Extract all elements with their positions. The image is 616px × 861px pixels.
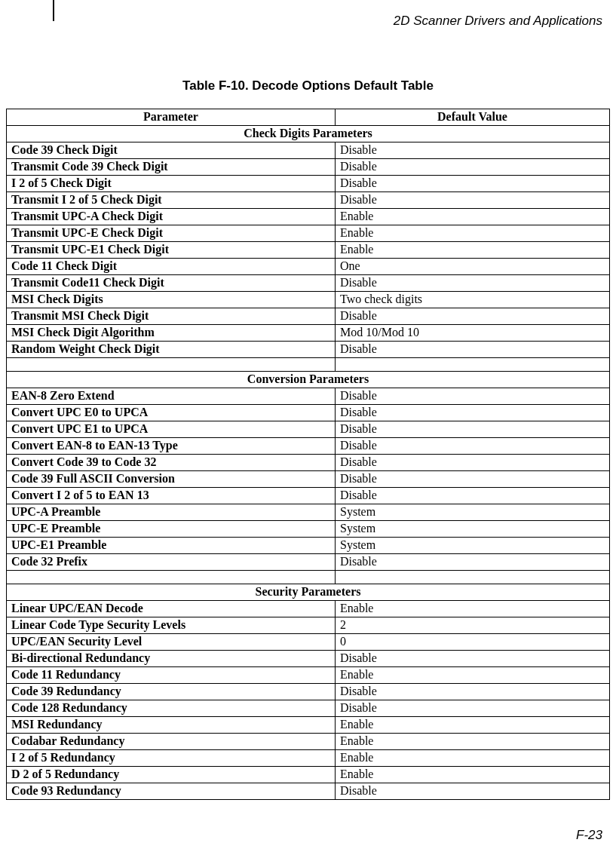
value-cell: Disable — [336, 421, 610, 438]
parameter-cell: Code 39 Redundancy — [7, 684, 336, 700]
parameter-cell: Transmit UPC-E Check Digit — [7, 225, 336, 242]
table-row: I 2 of 5 RedundancyEnable — [7, 750, 610, 767]
value-cell: Disable — [336, 684, 610, 700]
value-cell: Disable — [336, 471, 610, 488]
col-header-parameter: Parameter — [7, 109, 336, 126]
table-row: Convert UPC E0 to UPCADisable — [7, 405, 610, 421]
table-row: MSI Check DigitsTwo check digits — [7, 292, 610, 308]
table-header-row: Parameter Default Value — [7, 109, 610, 126]
table-row: UPC-E PreambleSystem — [7, 521, 610, 538]
section-title: Conversion Parameters — [7, 372, 610, 388]
value-cell: 2 — [336, 617, 610, 634]
parameter-cell: Convert I 2 of 5 to EAN 13 — [7, 488, 336, 504]
value-cell: Enable — [336, 225, 610, 242]
parameter-cell: MSI Check Digit Algorithm — [7, 325, 336, 342]
value-cell: One — [336, 259, 610, 275]
parameter-cell: Transmit UPC-A Check Digit — [7, 209, 336, 225]
table-row: Transmit MSI Check DigitDisable — [7, 308, 610, 325]
value-cell: System — [336, 521, 610, 538]
table-row: Convert EAN-8 to EAN-13 TypeDisable — [7, 438, 610, 455]
value-cell: Disable — [336, 159, 610, 176]
table-row: Code 32 PrefixDisable — [7, 554, 610, 571]
table-title: Table F-10. Decode Options Default Table — [0, 78, 616, 93]
parameter-cell: Random Weight Check Digit — [7, 342, 336, 358]
value-cell: Disable — [336, 651, 610, 667]
value-cell: 0 — [336, 634, 610, 651]
table-row: Code 39 Full ASCII ConversionDisable — [7, 471, 610, 488]
table-row: Transmit UPC-E Check DigitEnable — [7, 225, 610, 242]
table-row: MSI RedundancyEnable — [7, 717, 610, 734]
value-cell: System — [336, 504, 610, 521]
table-row: EAN-8 Zero ExtendDisable — [7, 388, 610, 405]
parameter-cell: UPC-A Preamble — [7, 504, 336, 521]
parameter-cell: Linear UPC/EAN Decode — [7, 601, 336, 617]
value-cell: Disable — [336, 142, 610, 159]
table-row: Transmit I 2 of 5 Check DigitDisable — [7, 192, 610, 209]
value-cell: Two check digits — [336, 292, 610, 308]
value-cell: Disable — [336, 176, 610, 192]
table-row: Code 39 Check DigitDisable — [7, 142, 610, 159]
value-cell: System — [336, 538, 610, 554]
col-header-default-value: Default Value — [336, 109, 610, 126]
parameter-cell: Transmit Code11 Check Digit — [7, 275, 336, 292]
table-row: Code 11 RedundancyEnable — [7, 667, 610, 684]
value-cell: Enable — [336, 667, 610, 684]
parameter-cell: I 2 of 5 Check Digit — [7, 176, 336, 192]
parameter-cell: Convert Code 39 to Code 32 — [7, 455, 336, 471]
section-header: Conversion Parameters — [7, 372, 610, 388]
parameter-cell: Code 93 Redundancy — [7, 783, 336, 800]
parameter-cell: UPC/EAN Security Level — [7, 634, 336, 651]
parameter-cell: Code 39 Full ASCII Conversion — [7, 471, 336, 488]
table-row: UPC/EAN Security Level0 — [7, 634, 610, 651]
value-cell: Disable — [336, 488, 610, 504]
value-cell: Mod 10/Mod 10 — [336, 325, 610, 342]
page-number: F-23 — [576, 828, 602, 843]
value-cell: Disable — [336, 438, 610, 455]
spacer-row — [7, 358, 610, 372]
table-row: Random Weight Check DigitDisable — [7, 342, 610, 358]
spacer-cell — [7, 358, 336, 372]
table-row: Convert Code 39 to Code 32Disable — [7, 455, 610, 471]
value-cell: Disable — [336, 405, 610, 421]
table-row: D 2 of 5 RedundancyEnable — [7, 767, 610, 783]
table-row: Transmit UPC-E1 Check DigitEnable — [7, 242, 610, 259]
value-cell: Enable — [336, 750, 610, 767]
value-cell: Disable — [336, 455, 610, 471]
section-header: Check Digits Parameters — [7, 126, 610, 142]
spacer-row — [7, 571, 610, 584]
value-cell: Disable — [336, 308, 610, 325]
parameter-cell: Code 32 Prefix — [7, 554, 336, 571]
table-row: Convert I 2 of 5 to EAN 13Disable — [7, 488, 610, 504]
parameter-cell: Linear Code Type Security Levels — [7, 617, 336, 634]
section-header: Security Parameters — [7, 584, 610, 601]
table-row: MSI Check Digit AlgorithmMod 10/Mod 10 — [7, 325, 610, 342]
parameter-cell: Code 11 Redundancy — [7, 667, 336, 684]
parameter-cell: Convert EAN-8 to EAN-13 Type — [7, 438, 336, 455]
table-row: Code 11 Check DigitOne — [7, 259, 610, 275]
value-cell: Disable — [336, 388, 610, 405]
section-title: Security Parameters — [7, 584, 610, 601]
value-cell: Disable — [336, 783, 610, 800]
table-row: Convert UPC E1 to UPCADisable — [7, 421, 610, 438]
table-row: Code 93 RedundancyDisable — [7, 783, 610, 800]
spacer-cell — [336, 358, 610, 372]
parameter-cell: UPC-E Preamble — [7, 521, 336, 538]
parameter-cell: I 2 of 5 Redundancy — [7, 750, 336, 767]
crop-mark — [53, 0, 54, 21]
parameter-cell: Convert UPC E1 to UPCA — [7, 421, 336, 438]
value-cell: Enable — [336, 717, 610, 734]
parameter-cell: Transmit MSI Check Digit — [7, 308, 336, 325]
parameter-cell: Codabar Redundancy — [7, 734, 336, 750]
value-cell: Disable — [336, 192, 610, 209]
table-row: Linear Code Type Security Levels2 — [7, 617, 610, 634]
parameter-cell: Bi-directional Redundancy — [7, 651, 336, 667]
parameter-cell: Transmit Code 39 Check Digit — [7, 159, 336, 176]
parameter-cell: MSI Redundancy — [7, 717, 336, 734]
value-cell: Disable — [336, 554, 610, 571]
table-row: Transmit Code11 Check DigitDisable — [7, 275, 610, 292]
parameter-cell: MSI Check Digits — [7, 292, 336, 308]
table-row: I 2 of 5 Check DigitDisable — [7, 176, 610, 192]
parameter-cell: Convert UPC E0 to UPCA — [7, 405, 336, 421]
value-cell: Disable — [336, 700, 610, 717]
table-row: UPC-E1 PreambleSystem — [7, 538, 610, 554]
